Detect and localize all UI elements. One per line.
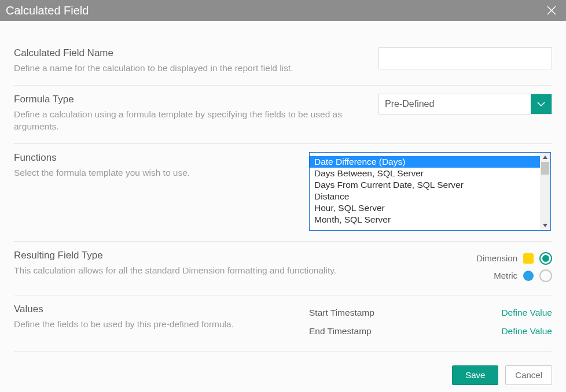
section-formula-type: Formula Type Define a calculation using … bbox=[14, 86, 552, 144]
radio-dimension[interactable] bbox=[539, 252, 552, 265]
values-heading: Values bbox=[14, 304, 309, 315]
close-icon[interactable] bbox=[545, 4, 558, 17]
scrollbar[interactable] bbox=[540, 153, 550, 230]
field-name-input[interactable] bbox=[378, 47, 552, 69]
dialog-footer: Save Cancel bbox=[14, 352, 552, 389]
chevron-down-icon bbox=[531, 94, 552, 114]
section-functions: Functions Select the formula template yo… bbox=[14, 144, 552, 242]
value-row: End Timestamp Define Value bbox=[309, 322, 552, 341]
formula-type-heading: Formula Type bbox=[14, 94, 378, 105]
field-name-heading: Calculated Field Name bbox=[14, 47, 378, 59]
define-value-link[interactable]: Define Value bbox=[501, 326, 552, 336]
list-item[interactable]: Month, SQL Server bbox=[310, 214, 540, 225]
list-item[interactable]: Distance bbox=[310, 191, 540, 202]
formula-type-value: Pre-Defined bbox=[379, 94, 531, 114]
svg-marker-2 bbox=[543, 156, 547, 159]
value-row: Start Timestamp Define Value bbox=[309, 304, 552, 322]
scroll-thumb[interactable] bbox=[541, 162, 549, 175]
values-desc: Define the fields to be used by this pre… bbox=[14, 319, 309, 331]
cancel-button[interactable]: Cancel bbox=[505, 365, 552, 385]
field-name-desc: Define a name for the calculation to be … bbox=[14, 62, 367, 75]
radio-metric[interactable] bbox=[539, 269, 552, 282]
formula-type-select[interactable]: Pre-Defined bbox=[378, 94, 552, 114]
value-label: End Timestamp bbox=[309, 326, 501, 336]
list-item[interactable]: Date Difference (Days) bbox=[310, 156, 540, 168]
formula-type-desc: Define a calculation using a formula tem… bbox=[14, 109, 367, 133]
functions-heading: Functions bbox=[14, 152, 309, 164]
functions-listbox[interactable]: Date Difference (Days) Days Between, SQL… bbox=[309, 152, 551, 231]
title-bar: Calculated Field bbox=[0, 0, 566, 21]
scroll-track[interactable] bbox=[540, 162, 550, 221]
dialog-title: Calculated Field bbox=[6, 4, 89, 17]
define-value-link[interactable]: Define Value bbox=[501, 308, 552, 318]
resulting-type-desc: This calculation allows for all the stan… bbox=[14, 265, 367, 277]
list-item[interactable]: Days Between, SQL Server bbox=[310, 168, 540, 179]
save-button[interactable]: Save bbox=[452, 365, 498, 385]
section-values: Values Define the fields to be used by t… bbox=[14, 295, 552, 352]
list-item[interactable]: Days From Current Date, SQL Server bbox=[310, 179, 540, 191]
scroll-up-icon[interactable] bbox=[540, 153, 550, 162]
list-item[interactable] bbox=[310, 225, 540, 229]
section-field-name: Calculated Field Name Define a name for … bbox=[14, 39, 552, 86]
dialog-body: Calculated Field Name Define a name for … bbox=[0, 21, 566, 392]
functions-desc: Select the formula template you wish to … bbox=[14, 167, 309, 179]
section-resulting-type: Resulting Field Type This calculation al… bbox=[14, 242, 552, 295]
value-label: Start Timestamp bbox=[309, 308, 501, 318]
list-item[interactable]: Hour, SQL Server bbox=[310, 202, 540, 214]
option-label-dimension: Dimension bbox=[476, 253, 517, 263]
resulting-type-heading: Resulting Field Type bbox=[14, 250, 454, 261]
dimension-swatch-icon bbox=[523, 253, 534, 264]
scroll-down-icon[interactable] bbox=[540, 221, 550, 230]
option-label-metric: Metric bbox=[494, 271, 517, 280]
metric-swatch-icon bbox=[523, 271, 534, 281]
svg-marker-3 bbox=[543, 224, 547, 227]
